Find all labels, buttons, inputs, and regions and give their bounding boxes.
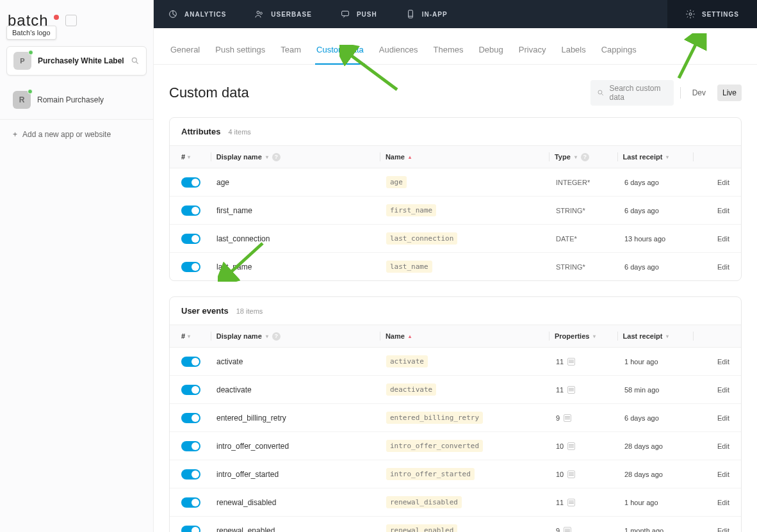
nav-userbase[interactable]: USERBASE xyxy=(240,0,326,28)
edit-link[interactable]: Edit xyxy=(699,527,729,533)
list-icon xyxy=(567,386,575,394)
svg-rect-5 xyxy=(342,11,349,15)
receipt-value: 1 month ago xyxy=(624,527,663,533)
code-name: renewal_disabled xyxy=(386,496,462,508)
table-row: renewal_enabled renewal_enabled 9 1 mont… xyxy=(170,517,741,532)
enable-toggle[interactable] xyxy=(181,526,200,533)
app-switcher-icon[interactable] xyxy=(65,15,77,26)
col-toggle[interactable]: # xyxy=(181,332,185,340)
receipt-value: 6 days ago xyxy=(624,414,659,422)
display-name: renewal_disabled xyxy=(216,498,276,507)
push-icon xyxy=(340,9,350,19)
list-icon xyxy=(564,527,571,533)
list-icon xyxy=(567,358,575,366)
main: General Push settings Team Custom data A… xyxy=(154,28,757,532)
code-name: last_name xyxy=(386,261,432,273)
plus-icon: + xyxy=(13,130,17,139)
props-value: 10 xyxy=(556,442,575,450)
user-name: Romain Purchasely xyxy=(37,95,104,104)
tab-custom-data[interactable]: Custom data xyxy=(315,45,365,65)
tab-debug[interactable]: Debug xyxy=(477,45,504,64)
code-name: activate xyxy=(386,355,428,367)
type-value: DATE* xyxy=(556,235,577,243)
app-selector[interactable]: P Purchasely White Label xyxy=(6,46,147,76)
enable-toggle[interactable] xyxy=(181,441,200,451)
edit-link[interactable]: Edit xyxy=(699,471,729,478)
page-title: Custom data xyxy=(169,85,249,101)
search-input[interactable]: Search custom data xyxy=(590,80,674,106)
tab-cappings[interactable]: Cappings xyxy=(600,45,638,64)
user-row[interactable]: R Romain Purchasely xyxy=(0,82,153,118)
nav-settings[interactable]: SETTINGS xyxy=(667,0,757,28)
inapp-icon xyxy=(405,9,416,19)
col-toggle[interactable]: # xyxy=(181,153,185,161)
enable-toggle[interactable] xyxy=(181,497,200,508)
tab-team[interactable]: Team xyxy=(279,45,302,64)
col-props[interactable]: Properties xyxy=(555,332,589,340)
table-row: last_connection last_connection DATE* 13… xyxy=(170,225,741,253)
edit-link[interactable]: Edit xyxy=(699,358,729,366)
col-name[interactable]: Name xyxy=(386,332,405,340)
userbase-icon xyxy=(254,9,265,19)
code-name: entered_billing_retry xyxy=(386,412,483,424)
tab-general[interactable]: General xyxy=(169,45,201,64)
edit-link[interactable]: Edit xyxy=(699,263,729,271)
help-icon[interactable]: ? xyxy=(272,153,281,161)
col-display[interactable]: Display name xyxy=(216,332,262,340)
list-icon xyxy=(567,499,575,506)
tab-audiences[interactable]: Audiences xyxy=(378,45,419,64)
receipt-value: 1 hour ago xyxy=(624,499,658,506)
edit-link[interactable]: Edit xyxy=(699,414,729,422)
edit-link[interactable]: Edit xyxy=(699,207,729,214)
col-receipt[interactable]: Last receipt xyxy=(623,153,663,161)
enable-toggle[interactable] xyxy=(181,413,200,423)
help-icon[interactable]: ? xyxy=(272,332,281,341)
nav-inapp[interactable]: IN-APP xyxy=(391,0,462,28)
status-dot-icon xyxy=(28,50,33,55)
status-dot-icon xyxy=(28,89,33,94)
edit-link[interactable]: Edit xyxy=(699,442,729,450)
props-value: 9 xyxy=(556,414,571,422)
enable-toggle[interactable] xyxy=(181,385,200,395)
svg-line-10 xyxy=(601,93,603,95)
table-row: deactivate deactivate 11 58 min ago Edit xyxy=(170,376,741,404)
analytics-icon xyxy=(168,9,178,19)
add-app-link[interactable]: + Add a new app or website xyxy=(0,121,153,148)
col-display[interactable]: Display name xyxy=(216,153,262,161)
type-value: INTEGER* xyxy=(556,179,590,186)
enable-toggle[interactable] xyxy=(181,469,200,480)
app-name: Purchasely White Label xyxy=(38,56,124,65)
tab-push-settings[interactable]: Push settings xyxy=(214,45,266,64)
tab-labels[interactable]: Labels xyxy=(560,45,587,64)
edit-link[interactable]: Edit xyxy=(699,386,729,394)
col-receipt[interactable]: Last receipt xyxy=(623,332,663,340)
code-name: intro_offer_converted xyxy=(386,440,483,452)
enable-toggle[interactable] xyxy=(181,357,200,367)
edit-link[interactable]: Edit xyxy=(699,499,729,506)
tab-themes[interactable]: Themes xyxy=(432,45,465,64)
tab-privacy[interactable]: Privacy xyxy=(517,45,548,64)
enable-toggle[interactable] xyxy=(181,262,200,272)
receipt-value: 6 days ago xyxy=(624,207,659,214)
enable-toggle[interactable] xyxy=(181,206,200,216)
table-row: first_name first_name STRING* 6 days ago… xyxy=(170,197,741,225)
edit-link[interactable]: Edit xyxy=(699,179,729,186)
enable-toggle[interactable] xyxy=(181,177,200,188)
nav-push[interactable]: PUSH xyxy=(326,0,391,28)
props-value: 11 xyxy=(556,358,575,366)
events-card: User events 18 items #▾ Display name▾? N… xyxy=(169,296,742,532)
page-header: Custom data Search custom data Dev Live xyxy=(154,65,757,117)
enable-toggle[interactable] xyxy=(181,234,200,244)
edit-link[interactable]: Edit xyxy=(699,235,729,243)
col-name[interactable]: Name xyxy=(386,153,405,161)
topnav: ANALYTICS USERBASE PUSH IN-APP SETTINGS xyxy=(154,0,757,28)
nav-analytics[interactable]: ANALYTICS xyxy=(154,0,240,28)
receipt-value: 28 days ago xyxy=(624,471,663,478)
col-type[interactable]: Type xyxy=(555,153,571,161)
svg-point-3 xyxy=(257,11,259,13)
attributes-table-header: #▾ Display name▾? Name▴ Type▾? Last rece… xyxy=(170,146,741,168)
svg-line-1 xyxy=(136,62,138,64)
env-dev-button[interactable]: Dev xyxy=(687,85,711,101)
help-icon[interactable]: ? xyxy=(581,153,589,161)
env-live-button[interactable]: Live xyxy=(717,85,742,101)
